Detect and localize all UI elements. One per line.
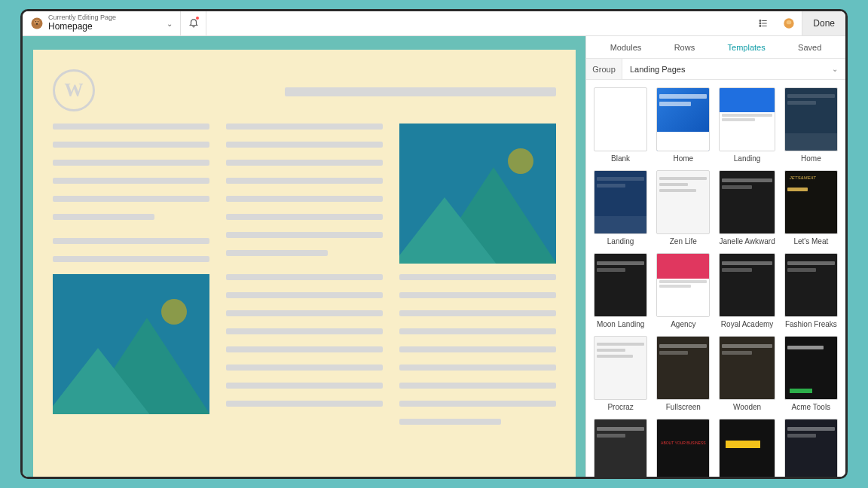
template-thumb: ABOUT YOUR BUSINESS [656,419,710,477]
template-item[interactable]: Acme Tools [784,336,838,411]
group-label: Group [586,59,622,79]
panel-tabs: Modules Rows Templates Saved [586,36,845,59]
template-thumb [719,170,775,234]
template-item[interactable]: DJ Beaver [719,419,775,477]
template-item[interactable]: Landing [594,170,647,246]
col-right [399,124,556,437]
templates-scroll[interactable]: BlankHomeLandingHomeLandingZen LifeJanel… [586,80,845,477]
chevron-down-icon[interactable]: ⌄ [167,20,173,28]
template-item[interactable]: Home [656,87,710,163]
template-item[interactable]: Fashion Freaks [784,253,838,328]
template-item[interactable]: JETS&MEATLet's Meat [784,170,838,246]
template-thumb [656,170,710,234]
template-item[interactable]: Janelle Awkward [719,170,775,246]
template-item[interactable]: Wooden [719,336,775,411]
tab-templates[interactable]: Templates [720,43,773,52]
template-item[interactable]: Landing [719,87,775,163]
template-name: Moon Landing [597,320,644,328]
topbar: Currently Editing Page Homepage ⌄ Done [23,11,845,36]
topbar-right: Done [750,11,845,35]
template-name: Janelle Awkward [719,237,775,246]
group-select-value: Landing Pages [630,65,685,74]
template-thumb [656,253,710,317]
page-preview: W [33,50,576,477]
template-item[interactable]: Agency [656,253,710,328]
app-window: Currently Editing Page Homepage ⌄ Done [20,9,848,479]
template-name: Blank [611,154,630,163]
template-name: Fullscreen [666,403,701,411]
template-item[interactable]: ABOUT YOUR BUSINESSAbout [656,419,710,477]
template-thumb [784,253,838,317]
template-thumb [719,336,775,400]
template-name: Procraz [607,403,633,411]
tab-rows[interactable]: Rows [667,43,703,52]
image-placeholder [53,274,209,414]
page-info: Currently Editing Page Homepage [48,14,116,32]
template-thumb [784,336,838,400]
template-name: Home [673,154,693,163]
group-filter: Group Landing Pages ⌄ [586,59,845,80]
template-thumb [719,253,775,317]
template-name: Home [801,154,821,163]
template-thumb [594,419,647,477]
template-item[interactable]: Moon Landing [594,253,647,328]
template-name: Agency [671,320,695,328]
svg-text:W: W [64,80,83,100]
col-left [53,124,209,437]
editor-canvas[interactable]: W [23,36,585,477]
content-panel-toggle[interactable] [776,11,802,35]
template-name: Acme Tools [792,403,831,411]
template-thumb [594,336,647,400]
template-thumb [719,419,775,477]
template-name: Landing [607,237,634,246]
template-thumb [594,170,647,234]
svg-point-2 [35,21,37,23]
template-thumb [656,87,710,151]
page-switcher[interactable]: Currently Editing Page Homepage ⌄ [23,11,181,35]
svg-point-12 [787,20,792,24]
template-item[interactable]: Blank [594,87,647,163]
svg-point-9 [760,26,761,27]
template-thumb [656,336,710,400]
done-button-label: Done [813,18,835,29]
template-thumb [594,87,647,151]
svg-point-7 [760,23,761,24]
done-button[interactable]: Done [802,11,845,35]
notification-dot-icon [196,17,199,20]
template-item[interactable]: Procraz [594,336,647,411]
layout-settings-button[interactable] [750,11,776,35]
template-name: Royal Academy [721,320,773,328]
template-item[interactable]: Motorcity [594,419,647,477]
notifications-button[interactable] [181,11,206,35]
template-thumb [719,87,775,151]
template-name: Zen Life [670,237,697,246]
template-item[interactable]: Royal Academy [719,253,775,328]
template-name: Wooden [733,403,761,411]
template-thumb [594,253,647,317]
wordpress-logo-icon: W [53,69,95,111]
template-name: Let's Meat [793,237,828,246]
tab-modules[interactable]: Modules [603,43,649,52]
template-thumb: JETS&MEAT [784,170,838,234]
template-item[interactable]: Fullscreen [656,336,710,411]
svg-point-4 [36,23,38,25]
image-placeholder [399,124,556,264]
content-panel: Modules Rows Templates Saved Group Landi… [585,36,845,477]
main: W [23,36,845,477]
template-thumb [784,87,838,151]
tab-saved[interactable]: Saved [790,43,829,52]
chevron-down-icon: ⌄ [832,65,838,73]
group-select[interactable]: Landing Pages ⌄ [622,65,845,74]
template-item[interactable]: Zen Life [656,170,710,246]
template-name: Fashion Freaks [785,320,837,328]
template-item[interactable]: Night [784,419,838,477]
template-thumb [784,419,838,477]
svg-point-5 [760,20,761,22]
title-placeholder [285,87,556,96]
template-item[interactable]: Home [784,87,838,163]
col-mid [226,124,383,437]
template-name: Landing [734,154,761,163]
page-title: Homepage [48,22,116,32]
svg-point-3 [38,21,39,23]
beaver-builder-logo-icon [30,17,44,30]
